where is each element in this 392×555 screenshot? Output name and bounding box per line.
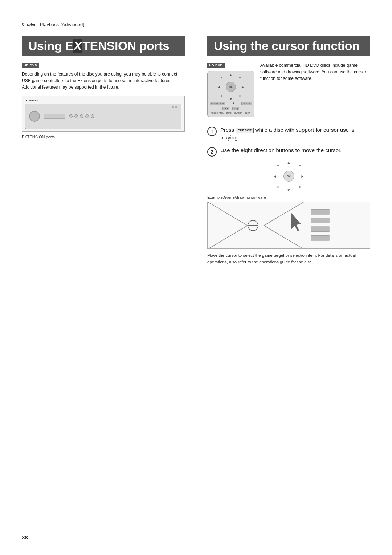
steps-container: 1 Press CURSOR while a disc with support… [207,126,370,265]
svg-rect-8 [311,218,329,223]
dpad-dot-dl [221,95,222,97]
step-1-text: Press CURSOR while a disc with support f… [220,126,370,141]
dvd-btn-4 [85,114,89,118]
remote-triangle-icon: ▼ [232,102,235,105]
chapter-title: Playback (Advanced) [40,22,85,27]
page-container: Chapter Playback (Advanced) Using EXTENS… [0,0,392,555]
remote-bottom-buttons: THOUGHTFUL REPE CURSOR SLOW [210,112,252,114]
step-2-number: 2 [207,147,217,157]
svg-rect-10 [311,235,329,240]
dvd-tray [44,114,65,119]
right-section-description: Available commercial HD DVD discs includ… [260,62,370,117]
svg-rect-9 [311,227,329,232]
right-section-title: Using the cursor function [214,39,364,53]
example-label: Example:Game/drawing software [207,195,370,199]
footer-description: Move the cursor to select the game targe… [207,252,370,265]
game-illustration [207,202,370,249]
dvd-disc-slot [29,111,40,122]
dvd-indicators [172,106,177,108]
dvd-btn-1 [69,114,73,118]
chapter-label: Chapter [22,23,36,27]
remote-dpad-center: OK [226,82,236,92]
dvd-player-body [25,104,181,129]
step-1-row: 1 Press CURSOR while a disc with support… [207,126,370,141]
extension-caption: EXTENSION ports [22,135,185,139]
right-column: Using the cursor function HD DVD OK ▲ ▼ [196,36,370,272]
dpad-standalone: OK ▲ ▼ ◄ ► [274,162,303,191]
skip-buttons-row: |◄◄ ►►| [210,107,252,110]
left-section-title: Using EXTENSION ports [28,39,178,53]
remote-top-buttons-row: RESUME PLAY ▼ RETURN [210,102,252,105]
left-column: Using EXTENSION ports HD DVD Depending o… [22,36,185,272]
right-hd-dvd-col: HD DVD OK ▲ ▼ ◄ ► [207,62,254,122]
step-1-number: 1 [207,127,217,136]
skip-back-btn: |◄◄ [222,107,229,110]
dvd-btn-2 [74,114,78,118]
dpad-s-dot-ul [277,165,279,166]
slow-btn-label: SLOW [245,112,250,114]
cursor-key-label: CURSOR [236,128,254,133]
toshiba-label: TOSHIBA [26,99,39,102]
dpad-dot-ul [221,77,222,78]
svg-marker-11 [291,213,301,231]
right-hd-dvd-badge: HD DVD [207,63,225,68]
dpad-dot-ur [239,77,241,78]
step-1-text-pre: Press [220,127,234,133]
left-hd-dvd-badge: HD DVD [22,63,39,68]
return-btn: RETURN [241,102,252,105]
svg-line-1 [208,226,248,248]
right-header-row: HD DVD OK ▲ ▼ ◄ ► [207,62,370,122]
remote-illustration: OK ▲ ▼ ◄ ► [207,71,254,117]
dvd-btn-3 [80,114,83,118]
repeat-btn-label: REPE [226,112,232,114]
left-section-banner: Using EXTENSION ports [22,36,185,56]
dvd-buttons-row [69,114,94,118]
left-section-description: Depending on the features of the disc yo… [22,71,185,90]
two-columns-layout: Using EXTENSION ports HD DVD Depending o… [22,36,370,272]
dvd-indicator-2 [175,106,177,108]
step-2-text: Use the eight direction buttons to move … [220,146,342,154]
svg-line-0 [208,202,248,226]
remote-dpad: OK ▲ ▼ ◄ ► [218,74,244,100]
resume-play-btn: RESUME PLAY [210,102,225,105]
dpad-standalone-center: OK [283,171,294,182]
dpad-s-dot-dr [299,186,301,188]
dpad-illustration-step2: OK ▲ ▼ ◄ ► [207,162,370,191]
dpad-s-dot-ur [299,165,301,166]
skip-fwd-btn: ►►| [232,107,239,110]
extension-highlight: X [73,39,82,53]
game-svg [208,202,370,248]
step-2-row: 2 Use the eight direction buttons to mov… [207,146,370,157]
remote-body: OK ▲ ▼ ◄ ► [207,71,254,117]
cursor-btn-label: CURSOR [234,112,242,114]
chapter-header: Chapter Playback (Advanced) [22,22,370,29]
svg-rect-7 [311,209,329,214]
dvd-btn-5 [91,114,94,118]
device-illustration: TOSHIBA [22,96,185,132]
thoughtful-btn-label: THOUGHTFUL [211,112,224,114]
dpad-s-dot-dl [277,186,279,188]
dpad-dot-dr [239,95,241,97]
dvd-indicator-1 [172,106,174,108]
right-section-banner: Using the cursor function [207,36,370,56]
page-number: 38 [22,534,28,540]
